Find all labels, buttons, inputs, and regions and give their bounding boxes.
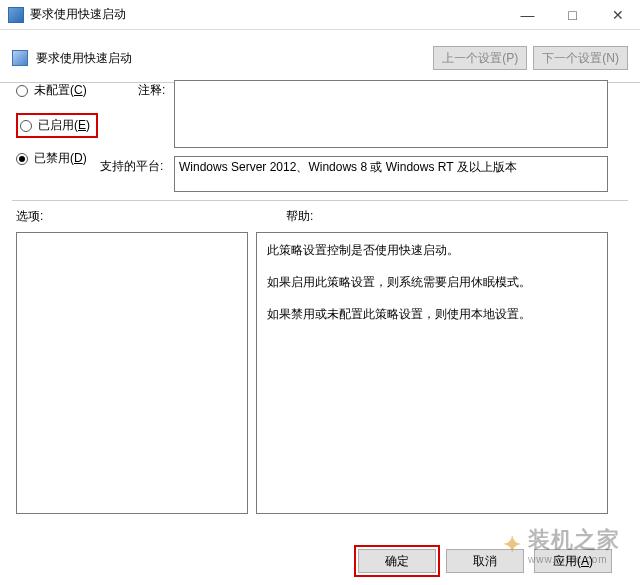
label-options: 选项: [16, 208, 43, 225]
dialog-footer: 确定 取消 应用(A) [0, 549, 640, 573]
radio-not-configured[interactable]: 未配置(C) [16, 82, 108, 99]
comment-textarea[interactable] [174, 80, 608, 148]
radio-icon [16, 153, 28, 165]
next-setting-button[interactable]: 下一个设置(N) [533, 46, 628, 70]
label-help: 帮助: [286, 208, 313, 225]
titlebar: 要求使用快速启动 — □ ✕ [0, 0, 640, 30]
label-comment: 注释: [138, 82, 165, 99]
radio-label: 已禁用(D) [34, 150, 87, 167]
maximize-button[interactable]: □ [550, 0, 595, 29]
ok-button[interactable]: 确定 [358, 549, 436, 573]
radio-disabled[interactable]: 已禁用(D) [16, 150, 108, 167]
window-controls: — □ ✕ [505, 0, 640, 29]
policy-title: 要求使用快速启动 [36, 50, 433, 67]
help-paragraph: 如果启用此策略设置，则系统需要启用休眠模式。 [267, 273, 597, 291]
help-paragraph: 此策略设置控制是否使用快速启动。 [267, 241, 597, 259]
help-paragraph: 如果禁用或未配置此策略设置，则使用本地设置。 [267, 305, 597, 323]
header-bar: 要求使用快速启动 上一个设置(P) 下一个设置(N) [0, 30, 640, 78]
radio-icon [20, 120, 32, 132]
minimize-button[interactable]: — [505, 0, 550, 29]
policy-icon [12, 50, 28, 66]
apply-button[interactable]: 应用(A) [534, 549, 612, 573]
radio-icon [16, 85, 28, 97]
label-platform: 支持的平台: [100, 158, 163, 175]
radio-label: 未配置(C) [34, 82, 87, 99]
radio-enabled[interactable]: 已启用(E) [20, 117, 90, 134]
app-icon [8, 7, 24, 23]
cancel-button[interactable]: 取消 [446, 549, 524, 573]
window-title: 要求使用快速启动 [30, 6, 505, 23]
highlight-box: 已启用(E) [16, 113, 98, 138]
options-panel [16, 232, 248, 514]
close-button[interactable]: ✕ [595, 0, 640, 29]
prev-setting-button[interactable]: 上一个设置(P) [433, 46, 527, 70]
divider [12, 200, 628, 201]
help-panel: 此策略设置控制是否使用快速启动。 如果启用此策略设置，则系统需要启用休眠模式。 … [256, 232, 608, 514]
platform-text: Windows Server 2012、Windows 8 或 Windows … [174, 156, 608, 192]
state-radios: 未配置(C) 已启用(E) 已禁用(D) [16, 82, 108, 181]
radio-label: 已启用(E) [38, 117, 90, 134]
